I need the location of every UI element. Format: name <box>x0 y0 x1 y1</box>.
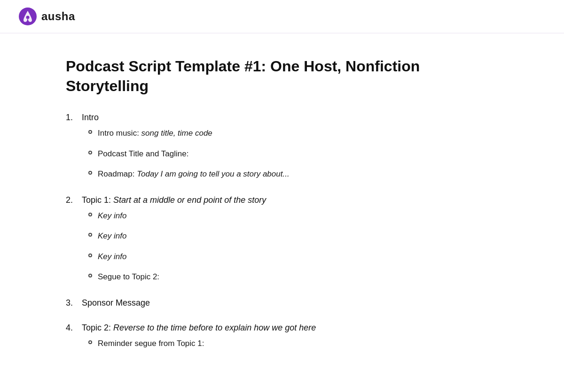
item-label-italic-2: Start at a middle or end point of the st… <box>113 195 266 205</box>
main-content: Podcast Script Template #1: One Host, No… <box>0 33 564 392</box>
outline-item-label-3: 3.Sponsor Message <box>66 298 498 308</box>
sub-list-2: Key infoKey infoKey infoSegue to Topic 2… <box>66 210 498 283</box>
header: ausha <box>0 0 564 33</box>
sub-item-italic-only-2-3: Key info <box>98 252 126 261</box>
item-number-1: 1. <box>66 113 79 123</box>
sub-item-text-2-2: Key info <box>98 230 126 242</box>
outline-item-label-1: 1.Intro <box>66 113 498 123</box>
sub-item-text-2-1: Key info <box>98 210 126 222</box>
item-label-italic-4: Reverse to the time before to explain ho… <box>113 323 316 332</box>
bullet-icon <box>88 213 92 216</box>
logo[interactable]: ausha <box>19 8 75 25</box>
outline-item-label-2: 2.Topic 1: Start at a middle or end poin… <box>66 195 498 205</box>
sub-item-text-1-3: Roadmap: Today I am going to tell you a … <box>98 168 290 180</box>
bullet-icon <box>88 130 92 134</box>
outline-item-4: 4.Topic 2: Reverse to the time before to… <box>66 323 498 350</box>
sub-item-2-1: Key info <box>88 210 498 222</box>
sub-item-italic-only-2-1: Key info <box>98 211 126 220</box>
sub-list-4: Reminder segue from Topic 1: <box>66 338 498 350</box>
sub-item-2-2: Key info <box>88 230 498 242</box>
bullet-icon <box>88 171 92 175</box>
item-label-text-3: Sponsor Message <box>82 298 150 308</box>
item-label-text-2: Topic 1: Start at a middle or end point … <box>82 195 266 205</box>
sub-item-italic-1-1: song title, time code <box>141 129 212 138</box>
outline-item-1: 1.IntroIntro music: song title, time cod… <box>66 113 498 180</box>
sub-item-1-1: Intro music: song title, time code <box>88 127 498 139</box>
bullet-icon <box>88 254 92 257</box>
sub-item-text-2-3: Key info <box>98 251 126 263</box>
sub-item-2-4: Segue to Topic 2: <box>88 271 498 283</box>
sub-item-text-1-2: Podcast Title and Tagline: <box>98 148 188 160</box>
outline-item-label-4: 4.Topic 2: Reverse to the time before to… <box>66 323 498 333</box>
sub-item-1-3: Roadmap: Today I am going to tell you a … <box>88 168 498 180</box>
sub-item-text-1-1: Intro music: song title, time code <box>98 127 212 139</box>
sub-item-4-1: Reminder segue from Topic 1: <box>88 338 498 350</box>
item-number-3: 3. <box>66 298 79 308</box>
bullet-icon <box>88 233 92 237</box>
sub-list-1: Intro music: song title, time codePodcas… <box>66 127 498 180</box>
sub-item-1-2: Podcast Title and Tagline: <box>88 148 498 160</box>
bullet-icon <box>88 151 92 154</box>
bullet-icon <box>88 340 92 344</box>
page-title: Podcast Script Template #1: One Host, No… <box>66 57 498 96</box>
item-label-text-1: Intro <box>82 113 99 123</box>
bullet-icon <box>88 274 92 277</box>
svg-point-1 <box>26 16 30 19</box>
item-number-4: 4. <box>66 323 79 333</box>
sub-item-2-3: Key info <box>88 251 498 263</box>
outline-list: 1.IntroIntro music: song title, time cod… <box>66 113 498 349</box>
item-number-2: 2. <box>66 195 79 205</box>
outline-item-3: 3.Sponsor Message <box>66 298 498 308</box>
item-label-text-4: Topic 2: Reverse to the time before to e… <box>82 323 316 333</box>
sub-item-italic-1-3: Today I am going to tell you a story abo… <box>137 169 289 178</box>
ausha-logo-icon <box>19 8 37 25</box>
logo-text: ausha <box>41 10 75 23</box>
sub-item-text-2-4: Segue to Topic 2: <box>98 271 159 283</box>
sub-item-italic-only-2-2: Key info <box>98 231 126 240</box>
sub-item-text-4-1: Reminder segue from Topic 1: <box>98 338 204 350</box>
outline-item-2: 2.Topic 1: Start at a middle or end poin… <box>66 195 498 283</box>
